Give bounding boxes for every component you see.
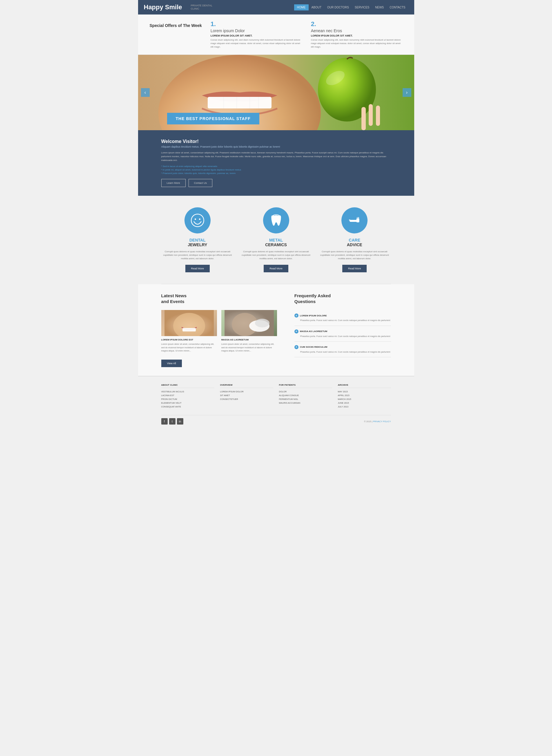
news-image-2 bbox=[221, 310, 277, 336]
news-card-title-1: LOREM IPSUM DOLORE EST bbox=[161, 338, 217, 341]
footer-patients-link-2[interactable]: ALIQUAM CONGUE bbox=[279, 394, 332, 397]
offer-title-1: Lorem ipsum Dolor bbox=[211, 28, 302, 33]
nav-about[interactable]: ABOUT bbox=[309, 4, 324, 10]
slider-next-button[interactable]: › bbox=[403, 88, 411, 97]
welcome-list: Sed in lacus ut enim adipiscing aliquet … bbox=[161, 165, 391, 175]
footer-patients-title: FOR PATIENTS bbox=[279, 384, 332, 388]
news-image-1 bbox=[161, 310, 217, 336]
faq-heading: Frequently Asked Questions bbox=[294, 293, 391, 304]
svg-rect-9 bbox=[362, 107, 366, 130]
welcome-body: Lorem ipsum dolor sit amet, consectetuer… bbox=[161, 151, 391, 162]
news-faq-section: Latest News and Events bbox=[138, 284, 414, 376]
footer-patients-link-4[interactable]: MAURIS ACCUMSAN bbox=[279, 402, 332, 404]
footer-columns: ABOUT CLINIC VESTIBULUM IACULIS LACINIA … bbox=[161, 384, 391, 409]
footer-about-link-2[interactable]: LACINIA EST bbox=[161, 394, 215, 397]
offer-title-2: Aenean nec Eros bbox=[311, 28, 403, 33]
footer-patients-link-1[interactable]: DOLOR bbox=[279, 390, 332, 393]
social-linkedin-icon[interactable]: in bbox=[177, 418, 183, 425]
slider-caption: THE BEST PROFESSIONAL STAFF bbox=[167, 113, 259, 124]
faq-item-1: + LOREM IPSUM DOLORE Phasellus porta. Fu… bbox=[294, 310, 391, 326]
faq-title-3: + CUM SOCIIS RIDICULUM bbox=[294, 345, 391, 349]
slider-prev-button[interactable]: ‹ bbox=[141, 88, 150, 97]
footer-about-link-1[interactable]: VESTIBULUM IACULIS bbox=[161, 390, 215, 393]
hero-slider: ‹ › THE BEST PROFESSIONAL STAFF bbox=[138, 55, 414, 130]
service-care-desc: Corrupti quos dolores et quas molestias … bbox=[318, 250, 391, 261]
faq-item-3: + CUM SOCIIS RIDICULUM Phasellus porta. … bbox=[294, 342, 391, 357]
footer-about-link-5[interactable]: CONSEQUAT ANTE bbox=[161, 406, 215, 408]
news-card-body-1: Lorem ipsum dolor sit amet, consectetur … bbox=[161, 342, 217, 352]
svg-rect-15 bbox=[350, 220, 358, 222]
nav-home[interactable]: HOME bbox=[294, 4, 309, 10]
faq-body-1: Phasellus porta. Fusce suict varius mi. … bbox=[294, 319, 391, 322]
nav-contacts[interactable]: CONTACTS bbox=[387, 4, 408, 10]
site-tagline: PRIVATE DENTAL CLINIC bbox=[191, 4, 213, 10]
news-heading: Latest News and Events bbox=[161, 293, 277, 304]
welcome-content: Welcome Visitor! Aliquam dapibus tincidu… bbox=[161, 139, 391, 187]
metal-ceramics-icon bbox=[263, 207, 289, 234]
offer-body-1: Conse eiuer adipiscing elit, sed diam no… bbox=[211, 38, 302, 49]
special-offers-section: Special Offers of The Week 1. Lorem ipsu… bbox=[138, 14, 414, 55]
news-card-title-2: MASSA AS LAOREETUM bbox=[221, 338, 277, 341]
site-logo: Happy Smile bbox=[144, 3, 182, 11]
footer-about-title: ABOUT CLINIC bbox=[161, 384, 215, 388]
footer-bottom: f t in © 2015 | PRIVACY POLICY bbox=[161, 415, 391, 425]
offer-number-1: 1. bbox=[211, 20, 302, 28]
footer-overview-link-3[interactable]: CONSECTETUER bbox=[220, 398, 273, 401]
footer-about-link-4[interactable]: ELEMENTUM VELIT bbox=[161, 402, 215, 404]
social-facebook-icon[interactable]: f bbox=[161, 418, 168, 425]
service-care-btn[interactable]: Read More bbox=[342, 265, 367, 272]
faq-section: Frequently Asked Questions + LOREM IPSUM… bbox=[294, 293, 391, 367]
footer-col-overview: OVERVIEW LOREM IPSUM DOLOR SIT AMET CONS… bbox=[220, 384, 273, 409]
nav-news[interactable]: NEWS bbox=[372, 4, 387, 10]
service-metal-btn[interactable]: Read More bbox=[264, 265, 288, 272]
faq-expand-3[interactable]: + bbox=[294, 345, 298, 349]
smile-icon bbox=[190, 213, 205, 228]
footer-archive-link-2[interactable]: APRIL 2015 bbox=[338, 394, 391, 397]
footer-overview-link-2[interactable]: SIT AMET bbox=[220, 394, 273, 397]
privacy-policy-link[interactable]: PRIVACY POLICY bbox=[373, 420, 391, 423]
svg-point-14 bbox=[199, 219, 200, 220]
view-all-button[interactable]: View All bbox=[161, 359, 182, 367]
welcome-list-item-3: Praesent justo dolor, lobortis quis, lob… bbox=[161, 172, 391, 175]
offer-heading-1: LOREM IPSUM DOLOR SIT AMET. bbox=[211, 34, 302, 37]
offer-item-1: 1. Lorem ipsum Dolor LOREM IPSUM DOLOR S… bbox=[211, 20, 302, 49]
svg-rect-11 bbox=[376, 106, 380, 126]
footer-about-link-3[interactable]: PROIN DICTUM bbox=[161, 398, 215, 401]
faq-expand-1[interactable]: + bbox=[294, 313, 298, 318]
service-dental-btn[interactable]: Read More bbox=[185, 265, 210, 272]
footer-archive-link-3[interactable]: MARCH 2015 bbox=[338, 398, 391, 401]
svg-point-13 bbox=[194, 219, 196, 220]
welcome-buttons: Learn More Contact Us bbox=[161, 179, 391, 187]
faq-body-3: Phasellus porta. Fusce suict varius mi. … bbox=[294, 350, 391, 353]
service-care-title: CARE ADVICE bbox=[318, 238, 391, 247]
footer-archive-link-4[interactable]: JUNE 2015 bbox=[338, 402, 391, 404]
footer-col-about: ABOUT CLINIC VESTIBULUM IACULIS LACINIA … bbox=[161, 384, 215, 409]
services-section: DENTAL JEWELRY Corrupti quos dolores et … bbox=[138, 196, 414, 284]
contact-us-button[interactable]: Contact Us bbox=[188, 179, 213, 187]
footer-overview-link-1[interactable]: LOREM IPSUM DOLOR bbox=[220, 390, 273, 393]
offer-body-2: Conse eiuer adipiscing elit, sed diam no… bbox=[311, 38, 403, 49]
header: Happy Smile PRIVATE DENTAL CLINIC HOME A… bbox=[138, 0, 414, 14]
svg-rect-2 bbox=[208, 97, 272, 109]
special-offers-title: Special Offers of The Week bbox=[150, 20, 202, 49]
welcome-subtitle: Aliquam dapibus tincidunt metus. Praesen… bbox=[161, 145, 391, 148]
social-icons: f t in bbox=[161, 418, 183, 425]
svg-rect-16 bbox=[357, 219, 360, 222]
welcome-section: Welcome Visitor! Aliquam dapibus tincidu… bbox=[138, 130, 414, 196]
footer-archive-link-5[interactable]: JULY 2013 bbox=[338, 406, 391, 408]
social-twitter-icon[interactable]: t bbox=[169, 418, 175, 425]
footer-archive-title: ARCHIVE bbox=[338, 384, 391, 388]
learn-more-button[interactable]: Learn More bbox=[161, 179, 186, 187]
svg-rect-10 bbox=[369, 104, 373, 126]
service-dental-jewelry: DENTAL JEWELRY Corrupti quos dolores et … bbox=[161, 207, 234, 272]
nav-doctors[interactable]: OUR DOCTORS bbox=[324, 4, 352, 10]
nav-services[interactable]: SERVICES bbox=[352, 4, 372, 10]
footer-col-archive: ARCHIVE MAY 2015 APRIL 2015 MARCH 2015 J… bbox=[338, 384, 391, 409]
faq-item-2: + MASSA AS LAOREETUM Phasellus porta. Fu… bbox=[294, 326, 391, 342]
main-nav: HOME ABOUT OUR DOCTORS SERVICES NEWS CON… bbox=[294, 4, 408, 10]
footer-patients-link-3[interactable]: FERMENTUM NISL bbox=[279, 398, 332, 401]
footer-archive-link-1[interactable]: MAY 2015 bbox=[338, 390, 391, 393]
tooth-icon bbox=[269, 213, 283, 228]
faq-expand-2[interactable]: + bbox=[294, 329, 298, 333]
news-card-2: MASSA AS LAOREETUM Lorem ipsum dolor sit… bbox=[221, 310, 277, 352]
